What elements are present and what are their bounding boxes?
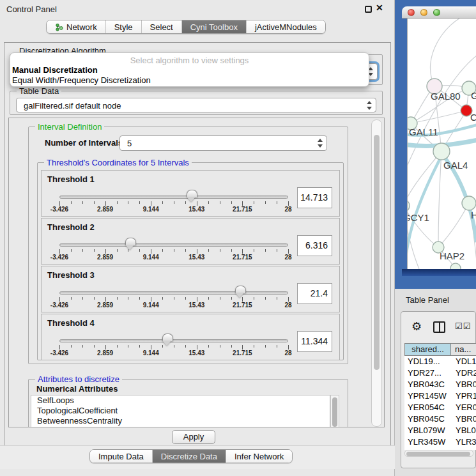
slider-thumb[interactable] <box>125 238 135 250</box>
attribute-list-item[interactable]: SelfLoops <box>31 395 330 406</box>
close-traffic-light-icon[interactable] <box>408 9 415 16</box>
close-icon[interactable]: ✕ <box>376 3 383 13</box>
major-tick <box>242 249 243 254</box>
node-label-H: H <box>471 210 476 220</box>
tab-label: jActiveMNodules <box>255 22 317 32</box>
edge[interactable] <box>408 151 441 206</box>
bottom-node[interactable] <box>450 263 461 269</box>
tab-infer-network[interactable]: Infer Network <box>226 450 292 463</box>
table-row[interactable]: YBR043CYBR0... <box>404 379 476 390</box>
dropdown-item-equal-width-frequency[interactable]: Equal Width/Frequency Discretization <box>10 75 369 86</box>
tick-label: -3.426 <box>50 254 68 261</box>
split-view-icon[interactable] <box>433 321 445 333</box>
GAL4-node[interactable] <box>433 143 450 160</box>
minor-tick <box>128 345 128 348</box>
table-hscroll-thumb[interactable] <box>406 452 470 456</box>
dropdown-placeholder-item[interactable]: Select algorithm to view settings <box>10 56 369 65</box>
top-tab-bar: NetworkStyleSelectCyni ToolboxjActiveMNo… <box>46 20 326 34</box>
table-row[interactable]: YLR345WYLR3... <box>404 436 476 448</box>
tick-label: 15.43 <box>188 349 204 357</box>
minimize-traffic-light-icon[interactable] <box>420 9 427 16</box>
edge[interactable] <box>438 203 469 247</box>
slider-thumb[interactable] <box>187 190 196 202</box>
table-data-group-title: Table Data <box>17 86 61 96</box>
tab-impute-data[interactable]: Impute Data <box>90 450 152 463</box>
number-of-intervals-select[interactable]: 5 <box>119 135 327 151</box>
slider-track[interactable] <box>59 196 288 199</box>
tab-style[interactable]: Style <box>105 20 141 33</box>
node-label-GCY1: GCY1 <box>408 212 429 223</box>
table-row[interactable]: YBL079WYBL0... <box>404 425 476 436</box>
GCY1-node[interactable] <box>408 199 410 212</box>
table-cell: YDR2... <box>451 367 476 379</box>
table-row[interactable]: YDL19...YDL1... <box>404 356 476 367</box>
settings-scroll-thumb[interactable] <box>374 135 380 370</box>
threshold-value-field[interactable]: 21.4 <box>297 283 332 304</box>
tab-jactivemnodules[interactable]: jActiveMNodules <box>246 20 325 33</box>
minor-tick <box>117 201 118 204</box>
table-row[interactable]: YER054CYER0... <box>404 402 476 413</box>
tab-cyni-toolbox[interactable]: Cyni Toolbox <box>181 20 246 33</box>
zoom-traffic-light-icon[interactable] <box>433 9 440 16</box>
minor-tick <box>71 345 72 348</box>
minor-tick <box>265 297 266 300</box>
tab-select[interactable]: Select <box>141 20 181 33</box>
table-row[interactable]: YPR145WYPR1... <box>404 390 476 402</box>
minor-tick <box>220 201 220 204</box>
attributes-group-title: Attributes to discretize <box>35 374 122 384</box>
slider-thumb[interactable] <box>235 286 245 298</box>
slider-track[interactable] <box>59 291 288 295</box>
threshold-row-4: Threshold 4-3.4262.8599.14415.4321.71528… <box>41 314 340 360</box>
settings-scrollbar[interactable] <box>371 119 382 427</box>
minor-tick <box>220 345 220 348</box>
minor-tick <box>277 201 277 204</box>
table-cell: YDL19... <box>404 356 451 367</box>
node-label-C: C <box>470 112 476 123</box>
table-data-select[interactable]: galFiltered.sif default node <box>16 98 376 112</box>
minor-tick <box>254 345 254 348</box>
network-view-canvas[interactable]: GAL80GACGAL11GAL4GCY1HHAP2 <box>407 19 476 269</box>
tab-discretize-data[interactable]: Discretize Data <box>152 450 226 463</box>
cyni-toolbox-panel: Discretization Algorithm Select algorith… <box>4 42 391 447</box>
threshold-value-field[interactable]: 6.316 <box>297 235 332 256</box>
minor-tick <box>277 297 277 300</box>
major-tick <box>151 201 151 206</box>
tick-label: -3.426 <box>50 302 68 309</box>
table-row[interactable]: YBR045CYBR0... <box>404 413 476 425</box>
edge[interactable] <box>430 19 466 86</box>
tab-network[interactable]: Network <box>47 20 105 33</box>
minor-tick <box>128 297 128 300</box>
float-window-icon[interactable] <box>365 6 372 13</box>
major-tick <box>59 345 60 349</box>
tick-label: 2.859 <box>97 206 113 213</box>
table-cell: YLR345W <box>404 436 451 448</box>
attributes-list-scrollbar[interactable] <box>330 395 339 427</box>
slider-track[interactable] <box>59 243 288 247</box>
gear-icon[interactable]: ⚙ <box>411 319 422 334</box>
edge[interactable] <box>438 151 441 247</box>
column-header-2[interactable]: na... <box>451 343 476 356</box>
tick-label: 21.715 <box>233 254 252 261</box>
attribute-list-item[interactable]: TopologicalCoefficient <box>31 406 330 416</box>
node-label-GAL11: GAL11 <box>409 127 438 137</box>
H-node[interactable] <box>462 196 476 210</box>
attributes-list-scroll-thumb[interactable] <box>332 397 337 427</box>
threshold-value-field[interactable]: 11.344 <box>297 331 332 352</box>
threshold-label: Threshold 1 <box>47 174 95 184</box>
major-tick <box>197 249 197 254</box>
tick-label: 9.144 <box>143 349 159 357</box>
desktop-area: GAL80GACGAL11GAL4GCY1HHAP2 Table Panel ⚙… <box>395 0 476 476</box>
column-header-1[interactable]: shared... <box>404 343 451 356</box>
slider-thumb[interactable] <box>162 334 172 346</box>
network-window-titlebar[interactable] <box>402 6 476 19</box>
checked-checkboxes-icon[interactable]: ☑☑ <box>455 321 471 331</box>
slider-track[interactable] <box>59 339 288 342</box>
apply-button[interactable]: Apply <box>172 430 215 444</box>
attribute-list-item[interactable]: BetweennessCentrality <box>31 416 330 426</box>
minor-tick <box>208 345 209 348</box>
table-horizontal-scrollbar[interactable] <box>404 450 473 457</box>
table-row[interactable]: YDR27...YDR2... <box>404 367 476 379</box>
minor-tick <box>139 297 140 300</box>
dropdown-item-manual-discretization[interactable]: Manual Discretization <box>10 65 369 75</box>
threshold-value-field[interactable]: 14.713 <box>297 187 332 208</box>
